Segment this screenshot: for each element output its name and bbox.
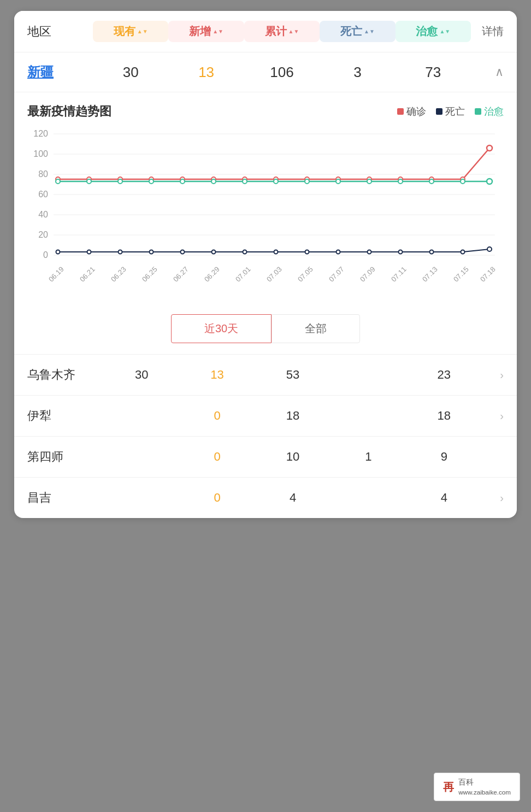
svg-text:100: 100 <box>33 149 48 158</box>
death-dot <box>436 108 442 115</box>
xianyou-label: 现有 <box>114 24 135 39</box>
sub-arrow-urumqi[interactable]: › <box>482 369 504 381</box>
watermark-logo: 再 <box>443 780 454 795</box>
chart-title-row: 最新疫情趋势图 确诊 死亡 治愈 <box>27 103 504 120</box>
svg-text:07.13: 07.13 <box>421 265 439 284</box>
sub-name-yili: 伊犁 <box>27 408 104 424</box>
svg-text:06.19: 06.19 <box>47 265 66 284</box>
confirmed-label: 确诊 <box>406 105 426 118</box>
svg-point-54 <box>367 179 371 184</box>
svg-point-61 <box>119 250 122 254</box>
siwang-label: 死亡 <box>340 24 362 39</box>
sub-xianyou-urumqi: 30 <box>104 368 179 382</box>
header-region-label: 地区 <box>27 23 93 40</box>
xinjiang-zhiyu: 73 <box>396 64 471 81</box>
svg-text:07.07: 07.07 <box>327 265 346 284</box>
svg-text:07.03: 07.03 <box>265 265 284 284</box>
svg-point-72 <box>461 250 465 254</box>
sub-name-urumqi: 乌鲁木齐 <box>27 367 104 383</box>
zhiyu-sort-icon[interactable]: ▲▼ <box>439 29 450 34</box>
sub-regions-list: 乌鲁木齐 30 13 53 23 › 伊犁 0 18 18 › 第四师 <box>14 354 517 518</box>
svg-text:06.27: 06.27 <box>172 265 190 284</box>
header-leiji[interactable]: 累计 ▲▼ <box>244 21 320 42</box>
xinjiang-xianyou: 30 <box>93 64 168 81</box>
svg-text:07.11: 07.11 <box>390 265 408 284</box>
xinjiang-expand-icon[interactable]: ∧ <box>471 65 504 79</box>
xinjiang-row: 新疆 30 13 106 3 73 ∧ <box>14 52 517 92</box>
chart-svg: 120 100 80 60 40 20 0 <box>27 128 504 303</box>
zhiyu-label: 治愈 <box>416 24 438 39</box>
xinjiang-leiji: 106 <box>244 64 320 81</box>
legend-confirmed: 确诊 <box>397 105 426 118</box>
svg-text:06.29: 06.29 <box>203 265 221 284</box>
sub-region-row: 第四师 0 10 1 9 <box>14 436 517 477</box>
sub-arrow-disi <box>482 451 504 463</box>
svg-text:07.01: 07.01 <box>234 265 252 284</box>
watermark: 再 百科www.zaibaike.com <box>434 773 520 801</box>
svg-text:07.09: 07.09 <box>358 265 377 284</box>
header-xinzeng[interactable]: 新增 ▲▼ <box>168 21 244 42</box>
sub-xianyou-yili <box>104 409 179 423</box>
svg-text:06.21: 06.21 <box>78 265 97 284</box>
sub-siwang-changji <box>331 491 406 505</box>
sub-arrow-yili[interactable]: › <box>482 410 504 422</box>
sub-leiji-disi: 10 <box>255 450 331 464</box>
svg-point-64 <box>212 250 216 254</box>
xinjiang-name[interactable]: 新疆 <box>27 63 93 81</box>
sub-region-row: 昌吉 0 4 4 › <box>14 477 517 518</box>
xianyou-sort-icon[interactable]: ▲▼ <box>137 29 148 34</box>
svg-point-65 <box>243 250 247 254</box>
svg-point-59 <box>56 250 60 254</box>
filter-30days-button[interactable]: 近30天 <box>171 314 272 343</box>
siwang-sort-icon[interactable]: ▲▼ <box>364 29 375 34</box>
filter-row: 近30天 全部 <box>27 314 504 343</box>
sub-arrow-changji[interactable]: › <box>482 492 504 504</box>
svg-point-70 <box>399 250 403 254</box>
sub-xinzeng-urumqi: 13 <box>179 368 255 382</box>
chart-section: 最新疫情趋势图 确诊 死亡 治愈 <box>14 92 517 354</box>
sub-xinzeng-changji: 0 <box>179 491 255 505</box>
svg-point-60 <box>87 250 91 254</box>
svg-point-51 <box>274 179 278 184</box>
header-xianyou[interactable]: 现有 ▲▼ <box>93 21 168 42</box>
svg-point-55 <box>398 179 403 184</box>
svg-point-43 <box>487 145 492 151</box>
svg-point-44 <box>56 179 60 184</box>
svg-point-45 <box>87 179 91 184</box>
leiji-label: 累计 <box>265 24 287 39</box>
sub-zhiyu-disi: 9 <box>406 450 482 464</box>
main-card: 地区 现有 ▲▼ 新增 ▲▼ 累计 ▲▼ 死亡 ▲▼ 治愈 ▲▼ 详情 <box>14 11 517 518</box>
legend-recovered: 治愈 <box>475 105 504 118</box>
svg-point-69 <box>368 250 371 254</box>
death-label: 死亡 <box>445 105 465 118</box>
sub-zhiyu-urumqi: 23 <box>406 368 482 382</box>
leiji-sort-icon[interactable]: ▲▼ <box>288 29 299 34</box>
svg-text:07.05: 07.05 <box>296 265 315 284</box>
svg-point-67 <box>305 250 309 254</box>
legend-death: 死亡 <box>436 105 465 118</box>
sub-siwang-disi: 1 <box>331 450 406 464</box>
sub-xianyou-disi <box>104 450 179 464</box>
svg-text:06.23: 06.23 <box>109 265 128 284</box>
svg-point-63 <box>181 250 185 254</box>
sub-xinzeng-disi: 0 <box>179 450 255 464</box>
chart-legend: 确诊 死亡 治愈 <box>397 105 504 118</box>
svg-point-56 <box>429 179 434 184</box>
sub-name-changji: 昌吉 <box>27 490 104 506</box>
header-zhiyu[interactable]: 治愈 ▲▼ <box>396 21 471 42</box>
svg-text:80: 80 <box>38 169 48 179</box>
sub-leiji-changji: 4 <box>255 491 331 505</box>
xinzeng-sort-icon[interactable]: ▲▼ <box>213 29 223 34</box>
svg-text:07.15: 07.15 <box>452 265 470 284</box>
svg-text:07.18: 07.18 <box>479 265 497 284</box>
xinjiang-siwang: 3 <box>320 64 395 81</box>
chart-container: 120 100 80 60 40 20 0 <box>27 128 504 303</box>
sub-leiji-urumqi: 53 <box>255 368 331 382</box>
header-siwang[interactable]: 死亡 ▲▼ <box>320 21 395 42</box>
recovered-label: 治愈 <box>484 105 504 118</box>
svg-text:06.25: 06.25 <box>140 265 159 284</box>
svg-point-66 <box>274 250 278 254</box>
svg-point-58 <box>487 179 492 184</box>
sub-leiji-yili: 18 <box>255 409 331 423</box>
filter-all-button[interactable]: 全部 <box>272 314 360 343</box>
